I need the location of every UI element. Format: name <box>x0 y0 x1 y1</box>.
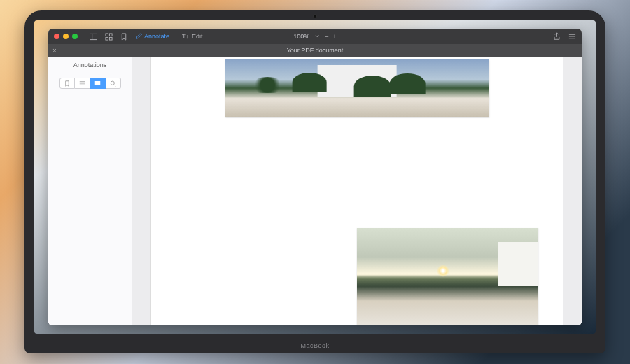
toolbar-left-icons: Annotate <box>89 32 169 41</box>
segment-annotations[interactable] <box>90 78 106 89</box>
camera-dot <box>313 14 317 18</box>
zoom-out-button[interactable]: − <box>325 33 328 40</box>
zoom-level-label[interactable]: 100% <box>293 33 309 40</box>
share-icon[interactable] <box>552 32 561 41</box>
svg-rect-0 <box>90 34 97 39</box>
sidebar-title: Annotations <box>48 57 132 74</box>
sidebar-content <box>48 93 132 326</box>
toolbar-center: 100% − + <box>293 33 337 40</box>
sidebar-panel: Annotations <box>48 57 132 326</box>
bookmark-icon[interactable] <box>120 32 128 41</box>
svg-line-14 <box>114 85 115 86</box>
segment-search[interactable] <box>106 78 121 89</box>
svg-point-13 <box>111 81 114 85</box>
svg-rect-3 <box>109 33 112 36</box>
embedded-image-top[interactable] <box>225 59 489 117</box>
app-body: Annotations <box>48 57 582 326</box>
close-window-button[interactable] <box>54 34 59 39</box>
pdf-app-window: Annotate T↓ Edit 100% − + <box>48 29 582 326</box>
titlebar: Annotate T↓ Edit 100% − + <box>48 29 582 44</box>
document-title: Your PDF document <box>287 47 344 54</box>
laptop-frame: Annotate T↓ Edit 100% − + <box>24 10 606 354</box>
close-tab-button[interactable]: × <box>52 47 57 55</box>
svg-rect-4 <box>105 37 108 40</box>
segment-outline[interactable] <box>75 78 90 89</box>
sidebar-toggle-icon[interactable] <box>89 32 97 41</box>
toolbar-right <box>552 32 576 41</box>
desktop-screen: Annotate T↓ Edit 100% − + <box>34 20 596 334</box>
edit-label: Edit <box>192 33 203 40</box>
zoom-dropdown-icon[interactable] <box>315 34 319 38</box>
window-controls <box>54 34 78 39</box>
embedded-image-bottom[interactable] <box>357 227 538 326</box>
document-canvas[interactable] <box>132 57 582 326</box>
sidebar-segment-control <box>48 74 132 93</box>
segment-bookmarks[interactable] <box>59 78 75 89</box>
annotate-mode-button[interactable]: Annotate <box>135 32 169 41</box>
maximize-window-button[interactable] <box>72 34 78 39</box>
edit-mode-button[interactable]: T↓ Edit <box>182 33 203 40</box>
annotate-label: Annotate <box>144 33 169 40</box>
menu-icon[interactable] <box>568 32 576 41</box>
svg-rect-2 <box>105 33 108 36</box>
svg-rect-5 <box>109 37 112 40</box>
svg-rect-12 <box>94 81 100 85</box>
thumbnails-icon[interactable] <box>104 32 113 41</box>
zoom-in-button[interactable]: + <box>333 33 337 40</box>
document-title-bar: × Your PDF document <box>48 44 582 57</box>
minimize-window-button[interactable] <box>63 34 69 39</box>
pdf-page[interactable] <box>150 57 564 326</box>
